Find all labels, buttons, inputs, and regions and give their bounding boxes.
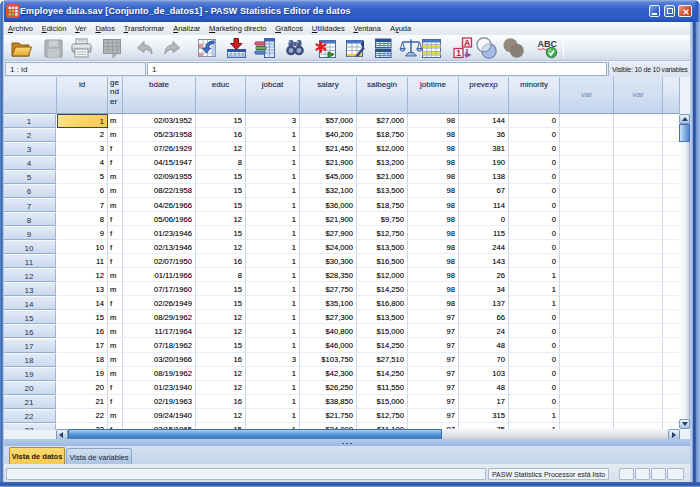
svg-text:1: 1 (456, 48, 461, 58)
svg-text:ABC: ABC (538, 39, 558, 49)
svg-text:A: A (464, 38, 470, 48)
